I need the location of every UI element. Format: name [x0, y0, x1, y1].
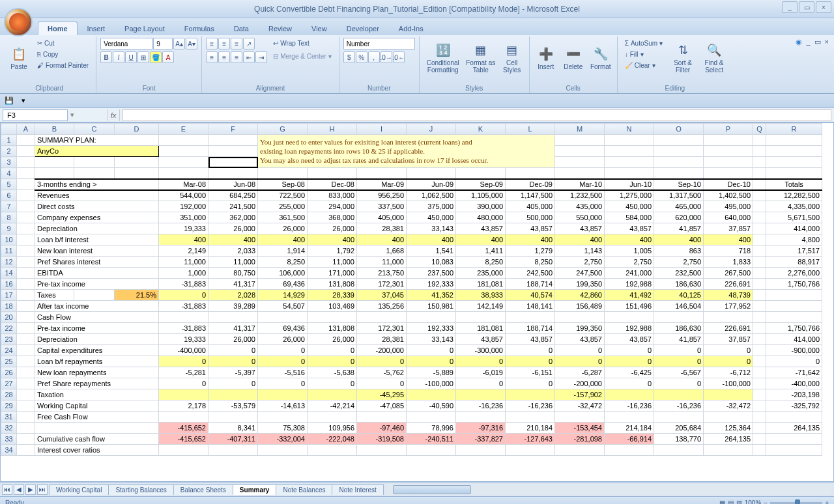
row-header-33[interactable]: 33 [1, 434, 17, 445]
cell[interactable]: 43,857 [506, 223, 555, 234]
cell[interactable] [17, 168, 35, 179]
cell[interactable]: 400 [357, 234, 407, 245]
namebox-dropdown-icon[interactable]: ▾ [70, 111, 74, 119]
column-header-Q[interactable]: Q [753, 124, 766, 135]
cell[interactable] [17, 356, 35, 367]
cell[interactable]: 150,981 [407, 301, 456, 312]
cell[interactable] [17, 245, 35, 257]
row-label[interactable]: After tax income [35, 301, 159, 312]
cell[interactable]: 192,988 [605, 323, 654, 334]
cell[interactable]: 400 [208, 234, 258, 245]
cell[interactable]: 125,364 [704, 423, 753, 434]
cell[interactable]: 255,000 [258, 201, 308, 212]
sort-filter-button[interactable]: ⇅Sort & Filter [669, 38, 697, 78]
cell[interactable]: 0 [258, 345, 308, 356]
cell[interactable] [17, 279, 35, 290]
cell[interactable]: 43,857 [456, 334, 506, 345]
cell[interactable]: 0 [704, 356, 753, 367]
cell[interactable] [753, 135, 766, 146]
cell[interactable] [208, 412, 258, 423]
zoom-slider[interactable] [770, 502, 822, 505]
cell[interactable]: 0 [407, 356, 456, 367]
cell-total[interactable]: 1,750,766 [766, 279, 822, 290]
cell[interactable] [555, 157, 605, 168]
cell[interactable] [753, 312, 766, 323]
cell[interactable] [654, 312, 704, 323]
cell[interactable] [208, 389, 258, 400]
period-header[interactable]: Dec-08 [308, 179, 357, 190]
cell[interactable]: 131,808 [308, 279, 357, 290]
cell[interactable]: -6,425 [605, 367, 654, 378]
cell[interactable]: 863 [654, 245, 704, 257]
cell[interactable]: 41,317 [208, 323, 258, 334]
cell[interactable] [17, 400, 35, 412]
cell[interactable] [654, 412, 704, 423]
cell-total[interactable]: 1,750,766 [766, 323, 822, 334]
cut-button[interactable]: ✂Cut [34, 38, 92, 49]
cell[interactable]: 43,857 [555, 334, 605, 345]
column-header-L[interactable]: L [506, 124, 555, 135]
cell[interactable] [258, 389, 308, 400]
cell[interactable]: -16,236 [456, 400, 506, 412]
cell[interactable]: 435,000 [555, 201, 605, 212]
cell[interactable] [456, 389, 506, 400]
cell[interactable] [753, 268, 766, 279]
cell[interactable] [308, 445, 357, 456]
cell[interactable]: 0 [159, 356, 208, 367]
cell[interactable]: -5,889 [407, 367, 456, 378]
cell[interactable]: 192,000 [159, 201, 208, 212]
totals-header[interactable]: Totals [766, 179, 822, 190]
row-header-12[interactable]: 12 [1, 257, 17, 268]
cell[interactable]: 0 [308, 356, 357, 367]
cell[interactable]: 235,000 [456, 268, 506, 279]
select-all-corner[interactable] [1, 124, 17, 135]
cell[interactable]: 41,857 [654, 223, 704, 234]
row-header-25[interactable]: 25 [1, 356, 17, 367]
cell[interactable]: 8,250 [506, 257, 555, 268]
cell[interactable]: 19,333 [159, 334, 208, 345]
cell[interactable]: -407,311 [208, 434, 258, 445]
cell[interactable]: 8,250 [456, 257, 506, 268]
period-header[interactable]: Mar-09 [357, 179, 407, 190]
minimize-ribbon-icon[interactable]: _ [806, 38, 810, 46]
format-as-table-button[interactable]: ▦Format as Table [465, 38, 496, 78]
cell[interactable]: 75,308 [258, 423, 308, 434]
column-header-R[interactable]: R [766, 124, 822, 135]
row-header-31[interactable]: 31 [1, 412, 17, 423]
copy-button[interactable]: ⎘Copy [34, 49, 92, 60]
delete-cells-button[interactable]: ➖Delete [561, 38, 586, 78]
cell[interactable] [17, 257, 35, 268]
row-header-17[interactable]: 17 [1, 290, 17, 301]
cell[interactable] [17, 345, 35, 356]
cell[interactable]: 400 [704, 234, 753, 245]
column-header-E[interactable]: E [159, 124, 208, 135]
cell[interactable]: 11,000 [357, 257, 407, 268]
cell[interactable]: 41,857 [654, 334, 704, 345]
cell[interactable]: -332,004 [258, 434, 308, 445]
cell[interactable] [159, 389, 208, 400]
cell[interactable] [753, 245, 766, 257]
cell[interactable]: 1,000 [159, 268, 208, 279]
cell[interactable]: 2,028 [208, 290, 258, 301]
last-sheet-button[interactable]: ⏭ [37, 484, 48, 495]
worksheet-grid[interactable]: ABCDEFGHIJKLMNOPQR1SUMMARY PLAN:You just… [0, 122, 834, 482]
cell[interactable]: 1,232,500 [555, 190, 605, 201]
decrease-indent-button[interactable]: ⇤ [243, 51, 255, 63]
cell[interactable]: -157,902 [555, 389, 605, 400]
cell[interactable] [17, 334, 35, 345]
cell[interactable]: -16,236 [654, 400, 704, 412]
tab-developer[interactable]: Developer [337, 21, 389, 35]
cell[interactable]: 41,317 [208, 279, 258, 290]
cell[interactable] [208, 312, 258, 323]
cell[interactable]: 0 [456, 378, 506, 389]
cell[interactable]: 337,500 [357, 201, 407, 212]
cell[interactable] [555, 146, 605, 157]
row-header-29[interactable]: 29 [1, 400, 17, 412]
column-header-N[interactable]: N [605, 124, 654, 135]
cell[interactable]: 1,402,500 [704, 190, 753, 201]
row-header-7[interactable]: 7 [1, 201, 17, 212]
cell[interactable] [704, 412, 753, 423]
row-header-3[interactable]: 3 [1, 157, 17, 168]
cell[interactable]: 19,333 [159, 223, 208, 234]
cell[interactable]: 69,436 [258, 279, 308, 290]
